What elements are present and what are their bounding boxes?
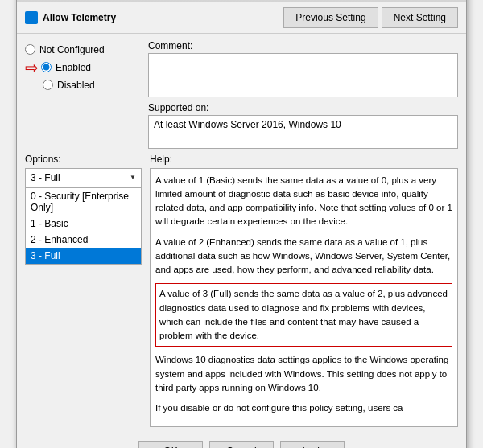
main-content: Not Configured ⇨ Enabled Disabled: [17, 34, 466, 434]
ok-button[interactable]: OK: [138, 441, 203, 448]
help-para-highlighted: A value of 3 (Full) sends the same data …: [155, 283, 452, 347]
comment-label: Comment:: [148, 40, 458, 51]
main-window: Allow Telemetry — □ ✕ Allow Telemetry Pr…: [16, 0, 467, 448]
radio-disabled[interactable]: Disabled: [43, 79, 142, 92]
dropdown-value: 3 - Full: [31, 172, 60, 183]
help-label: Help:: [150, 154, 458, 165]
top-section: Not Configured ⇨ Enabled Disabled: [25, 40, 458, 149]
radio-disabled-label: Disabled: [57, 80, 95, 91]
right-panel: Comment: Supported on: At least Windows …: [148, 40, 458, 149]
help-panel: Help: A value of 1 (Basic) sends the sam…: [150, 154, 458, 428]
options-panel: Options: 3 - Full ▼ 0 - Security [Enterp…: [25, 154, 142, 428]
toolbar-title-text: Allow Telemetry: [43, 12, 116, 23]
radio-group: Not Configured ⇨ Enabled Disabled: [25, 43, 142, 92]
chevron-down-icon: ▼: [130, 174, 136, 181]
help-para-1: A value of 2 (Enhanced) sends the same d…: [155, 236, 452, 277]
list-item[interactable]: 2 - Enhanced: [26, 232, 141, 248]
footer-bar: OK Cancel Apply: [17, 434, 466, 448]
next-setting-button[interactable]: Next Setting: [382, 7, 458, 28]
help-para-2: A value of 3 (Full) sends the same data …: [159, 289, 448, 340]
toolbar-title-area: Allow Telemetry: [25, 11, 280, 24]
enabled-arrow-icon: ⇨: [25, 60, 39, 76]
radio-enabled-label: Enabled: [56, 62, 91, 73]
cancel-button[interactable]: Cancel: [209, 441, 274, 448]
help-para-3: Windows 10 diagnostics data settings app…: [155, 353, 452, 395]
toolbar: Allow Telemetry Previous Setting Next Se…: [17, 2, 466, 34]
options-label: Options:: [25, 154, 142, 165]
radio-not-configured[interactable]: Not Configured: [25, 43, 142, 56]
radio-enabled-input[interactable]: [41, 62, 52, 72]
help-para-4: If you disable or do not configure this …: [155, 401, 452, 415]
toolbar-policy-icon: [25, 11, 38, 24]
apply-button[interactable]: Apply: [280, 441, 345, 448]
middle-section: Options: 3 - Full ▼ 0 - Security [Enterp…: [25, 154, 458, 428]
help-para-0: A value of 1 (Basic) sends the same data…: [155, 174, 452, 229]
radio-disabled-input[interactable]: [43, 80, 53, 90]
list-item-selected[interactable]: 3 - Full: [26, 248, 141, 264]
supported-label: Supported on:: [148, 102, 458, 113]
previous-setting-button[interactable]: Previous Setting: [283, 7, 378, 28]
comment-textarea[interactable]: [148, 53, 458, 97]
radio-enabled[interactable]: Enabled: [41, 61, 91, 74]
options-listbox: 0 - Security [Enterprise Only] 1 - Basic…: [25, 187, 142, 265]
radio-not-configured-input[interactable]: [25, 44, 35, 55]
comment-box-wrapper: [148, 53, 458, 97]
list-item[interactable]: 1 - Basic: [26, 216, 141, 232]
supported-value: At least Windows Server 2016, Windows 10: [154, 119, 341, 130]
options-dropdown[interactable]: 3 - Full ▼: [25, 168, 142, 187]
left-radio-panel: Not Configured ⇨ Enabled Disabled: [25, 40, 142, 149]
supported-box: At least Windows Server 2016, Windows 10: [148, 115, 458, 149]
supported-section: Supported on: At least Windows Server 20…: [148, 102, 458, 149]
radio-not-configured-label: Not Configured: [39, 44, 105, 55]
help-textbox[interactable]: A value of 1 (Basic) sends the same data…: [150, 168, 458, 428]
comment-section: Comment:: [148, 40, 458, 97]
list-item[interactable]: 0 - Security [Enterprise Only]: [26, 188, 141, 216]
